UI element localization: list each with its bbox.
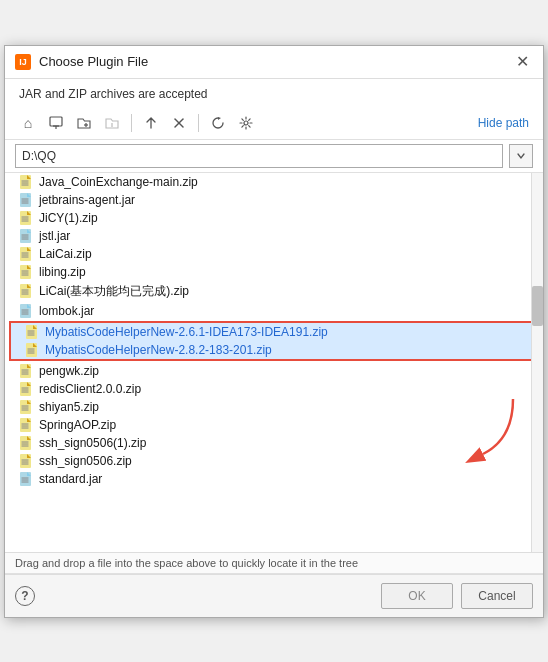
home-button[interactable]: ⌂ xyxy=(15,111,41,135)
list-item[interactable]: jstl.jar xyxy=(5,227,543,245)
file-name: redisClient2.0.0.zip xyxy=(39,382,141,396)
zip-icon xyxy=(19,382,33,396)
zip-icon xyxy=(19,436,33,450)
path-expand-button[interactable] xyxy=(509,144,533,168)
delete-button[interactable] xyxy=(166,111,192,135)
file-name: MybatisCodeHelperNew-2.8.2-183-201.zip xyxy=(45,343,272,357)
file-name: standard.jar xyxy=(39,472,102,486)
dialog: IJ Choose Plugin File ✕ JAR and ZIP arch… xyxy=(4,45,544,618)
bottom-row: ? OK Cancel xyxy=(5,574,543,617)
svg-rect-19 xyxy=(20,211,31,225)
svg-rect-69 xyxy=(20,400,31,414)
file-name: libing.zip xyxy=(39,265,86,279)
subtitle: JAR and ZIP archives are accepted xyxy=(5,79,543,107)
app-icon: IJ xyxy=(15,54,31,70)
zip-icon xyxy=(25,343,39,357)
file-name: Java_CoinExchange-main.zip xyxy=(39,175,198,189)
file-name: shiyan5.zip xyxy=(39,400,99,414)
separator-2 xyxy=(198,114,199,132)
jar-icon xyxy=(19,304,33,318)
jar-icon xyxy=(19,472,33,486)
svg-rect-89 xyxy=(20,472,31,486)
status-bar: Drag and drop a file into the space abov… xyxy=(5,553,543,574)
list-item[interactable]: libing.zip xyxy=(5,263,543,281)
desktop-button[interactable] xyxy=(43,111,69,135)
jar-icon xyxy=(19,193,33,207)
zip-icon xyxy=(19,400,33,414)
list-item[interactable]: shiyan5.zip xyxy=(5,398,543,416)
scrollbar-track[interactable] xyxy=(531,173,543,552)
file-list-container[interactable]: Java_CoinExchange-main.zipjetbrains-agen… xyxy=(5,173,543,553)
dialog-title: Choose Plugin File xyxy=(39,54,504,69)
list-item[interactable]: standard.jar xyxy=(5,470,543,488)
list-item[interactable]: JiCY(1).zip xyxy=(5,209,543,227)
file-name: LiCai(基本功能均已完成).zip xyxy=(39,283,189,300)
svg-rect-24 xyxy=(20,229,31,243)
hide-path-button[interactable]: Hide path xyxy=(474,114,533,132)
toolbar: ⌂ Hide path xyxy=(5,107,543,140)
zip-icon xyxy=(19,284,33,298)
file-name: MybatisCodeHelperNew-2.6.1-IDEA173-IDEA1… xyxy=(45,325,328,339)
settings-button[interactable] xyxy=(233,111,259,135)
svg-rect-34 xyxy=(20,265,31,279)
folder-nav-button[interactable] xyxy=(99,111,125,135)
close-button[interactable]: ✕ xyxy=(512,52,533,72)
svg-rect-49 xyxy=(26,325,37,339)
svg-rect-64 xyxy=(20,382,31,396)
file-name: jstl.jar xyxy=(39,229,70,243)
file-name: lombok.jar xyxy=(39,304,94,318)
file-name: LaiCai.zip xyxy=(39,247,92,261)
file-name: SpringAOP.zip xyxy=(39,418,116,432)
list-item[interactable]: ssh_sign0506.zip xyxy=(5,452,543,470)
list-item[interactable]: MybatisCodeHelperNew-2.8.2-183-201.zip xyxy=(11,341,537,359)
svg-rect-14 xyxy=(20,193,31,207)
file-list: Java_CoinExchange-main.zipjetbrains-agen… xyxy=(5,173,543,488)
zip-icon xyxy=(19,175,33,189)
list-item[interactable]: SpringAOP.zip xyxy=(5,416,543,434)
list-item[interactable]: Java_CoinExchange-main.zip xyxy=(5,173,543,191)
up-button[interactable] xyxy=(138,111,164,135)
path-input[interactable] xyxy=(15,144,503,168)
zip-icon xyxy=(19,364,33,378)
file-name: jetbrains-agent.jar xyxy=(39,193,135,207)
svg-rect-79 xyxy=(20,436,31,450)
refresh-button[interactable] xyxy=(205,111,231,135)
list-item[interactable]: pengwk.zip xyxy=(5,362,543,380)
file-name: pengwk.zip xyxy=(39,364,99,378)
zip-icon xyxy=(19,418,33,432)
list-item[interactable]: lombok.jar xyxy=(5,302,543,320)
separator-1 xyxy=(131,114,132,132)
svg-rect-29 xyxy=(20,247,31,261)
svg-rect-59 xyxy=(20,364,31,378)
zip-icon xyxy=(19,247,33,261)
svg-rect-44 xyxy=(20,304,31,318)
list-item[interactable]: MybatisCodeHelperNew-2.6.1-IDEA173-IDEA1… xyxy=(11,323,537,341)
selected-group: MybatisCodeHelperNew-2.6.1-IDEA173-IDEA1… xyxy=(9,321,539,361)
cancel-button[interactable]: Cancel xyxy=(461,583,533,609)
jar-icon xyxy=(19,229,33,243)
svg-rect-9 xyxy=(20,175,31,189)
list-item[interactable]: redisClient2.0.0.zip xyxy=(5,380,543,398)
list-item[interactable]: ssh_sign0506(1).zip xyxy=(5,434,543,452)
svg-rect-74 xyxy=(20,418,31,432)
list-item[interactable]: LiCai(基本功能均已完成).zip xyxy=(5,281,543,302)
path-row xyxy=(5,140,543,173)
file-name: ssh_sign0506.zip xyxy=(39,454,132,468)
svg-rect-84 xyxy=(20,454,31,468)
help-button[interactable]: ? xyxy=(15,586,35,606)
title-bar: IJ Choose Plugin File ✕ xyxy=(5,46,543,79)
ok-button[interactable]: OK xyxy=(381,583,453,609)
zip-icon xyxy=(19,454,33,468)
file-name: JiCY(1).zip xyxy=(39,211,98,225)
list-item[interactable]: LaiCai.zip xyxy=(5,245,543,263)
svg-rect-0 xyxy=(50,117,62,126)
list-item[interactable]: jetbrains-agent.jar xyxy=(5,191,543,209)
new-folder-button[interactable] xyxy=(71,111,97,135)
svg-rect-39 xyxy=(20,284,31,298)
svg-rect-54 xyxy=(26,343,37,357)
zip-icon xyxy=(19,211,33,225)
zip-icon xyxy=(19,265,33,279)
zip-icon xyxy=(25,325,39,339)
scrollbar-thumb[interactable] xyxy=(532,286,543,326)
file-name: ssh_sign0506(1).zip xyxy=(39,436,146,450)
